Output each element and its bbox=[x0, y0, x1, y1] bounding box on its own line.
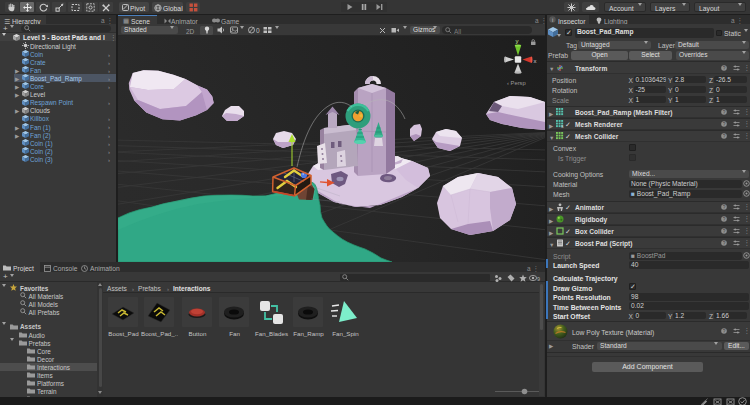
svg-text:?: ? bbox=[723, 65, 726, 70]
svg-text:?: ? bbox=[723, 110, 726, 115]
svg-text:‹ Persp: ‹ Persp bbox=[507, 80, 526, 86]
svg-text:?: ? bbox=[723, 205, 726, 210]
svg-text:?: ? bbox=[723, 241, 726, 246]
svg-text:?: ? bbox=[723, 329, 726, 334]
svg-text:?: ? bbox=[723, 229, 726, 234]
svg-text:?: ? bbox=[723, 217, 726, 222]
svg-text:0: 0 bbox=[256, 27, 260, 34]
svg-text:?: ? bbox=[723, 122, 726, 127]
svg-text:y: y bbox=[516, 38, 519, 44]
svg-text:?: ? bbox=[723, 134, 726, 139]
svg-text:9: 9 bbox=[537, 275, 540, 281]
svg-text:s: s bbox=[561, 123, 564, 128]
svg-text:i: i bbox=[552, 17, 553, 23]
svg-text:x: x bbox=[534, 58, 537, 64]
